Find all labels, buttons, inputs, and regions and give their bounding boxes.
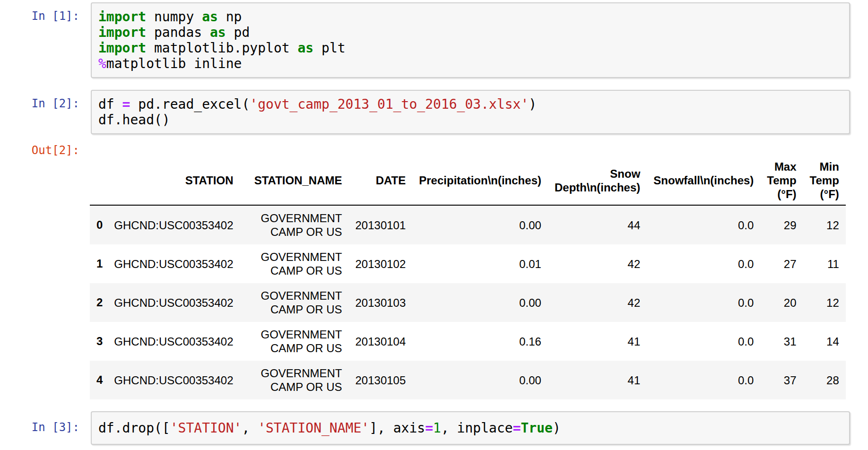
snow-depth-cell: 41	[548, 322, 647, 361]
dataframe-output: STATION STATION_NAME DATE Precipitation\…	[90, 156, 846, 399]
max-temp-cell: 29	[760, 205, 803, 244]
date-cell: 20130102	[348, 244, 412, 283]
precipitation-cell: 0.01	[412, 244, 548, 283]
snowfall-cell: 0.0	[647, 361, 760, 399]
code-line: df.head()	[98, 112, 842, 128]
min-temp-cell: 11	[803, 244, 846, 283]
code-line: import matplotlib.pyplot as plt	[98, 40, 842, 56]
code-token: import	[98, 40, 146, 56]
station-name-cell: GOVERNMENT CAMP OR US	[240, 244, 348, 283]
code-token: pd.read_excel(	[130, 96, 250, 112]
code-input-area-3[interactable]: df.drop(['STATION', 'STATION_NAME'], axi…	[91, 411, 850, 445]
min-temp-cell: 12	[803, 283, 846, 322]
code-token: numpy	[146, 9, 202, 25]
code-token: , inplace	[441, 420, 513, 436]
table-row: 2 GHCND:USC00353402 GOVERNMENT CAMP OR U…	[90, 283, 846, 322]
header-line: Temp	[810, 173, 839, 187]
precipitation-cell: 0.00	[412, 205, 548, 244]
code-token: 'govt_camp_2013_01_to_2016_03.xlsx'	[250, 96, 529, 112]
column-header-date: DATE	[348, 156, 412, 205]
row-index-cell: 2	[90, 283, 107, 322]
station-cell: GHCND:USC00353402	[107, 361, 240, 399]
column-header-precipitation: Precipitation\n(inches)	[412, 156, 548, 205]
code-token: )	[529, 96, 537, 112]
code-input-area-1[interactable]: import numpy as np import pandas as pd i…	[91, 2, 850, 78]
column-header-station-name: STATION_NAME	[240, 156, 348, 205]
date-cell: 20130101	[348, 205, 412, 244]
snow-depth-cell: 41	[548, 361, 647, 399]
code-token: =	[122, 96, 130, 112]
code-token: 'STATION'	[170, 420, 242, 436]
code-token: plt	[313, 40, 345, 56]
code-token: pandas	[146, 25, 210, 40]
table-row: 3 GHCND:USC00353402 GOVERNMENT CAMP OR U…	[90, 322, 846, 361]
date-cell: 20130105	[348, 361, 412, 399]
output-prompt-2: Out[2]:	[0, 143, 79, 158]
snow-depth-cell: 44	[548, 205, 647, 244]
precipitation-cell: 0.00	[412, 361, 548, 399]
code-token: as	[210, 25, 226, 40]
snow-depth-cell: 42	[548, 244, 647, 283]
column-header-snow-depth: SnowDepth\n(inches)	[548, 156, 647, 205]
code-line: import numpy as np	[98, 9, 842, 25]
code-token: =	[425, 420, 433, 436]
max-temp-cell: 31	[760, 322, 803, 361]
code-line: %matplotlib inline	[98, 56, 842, 71]
code-token: ,	[242, 420, 258, 436]
column-header-snowfall: Snowfall\n(inches)	[647, 156, 760, 205]
max-temp-cell: 20	[760, 283, 803, 322]
code-token: as	[297, 40, 313, 56]
precipitation-cell: 0.16	[412, 322, 548, 361]
code-token: =	[513, 420, 521, 436]
code-token: pd	[226, 25, 250, 40]
station-cell: GHCND:USC00353402	[107, 205, 240, 244]
header-line: Min	[810, 160, 839, 173]
row-index-cell: 4	[90, 361, 107, 399]
date-cell: 20130104	[348, 322, 412, 361]
code-token: )	[553, 420, 561, 436]
station-name-cell: GOVERNMENT CAMP OR US	[240, 283, 348, 322]
code-line: df.drop(['STATION', 'STATION_NAME'], axi…	[98, 420, 842, 436]
station-cell: GHCND:USC00353402	[107, 244, 240, 283]
code-input-area-2[interactable]: df = pd.read_excel('govt_camp_2013_01_to…	[91, 90, 850, 134]
station-name-cell: GOVERNMENT CAMP OR US	[240, 322, 348, 361]
column-header-max-temp: MaxTemp(°F)	[760, 156, 803, 205]
table-row: 1 GHCND:USC00353402 GOVERNMENT CAMP OR U…	[90, 244, 846, 283]
header-line: Depth\n(inches)	[555, 181, 640, 194]
snowfall-cell: 0.0	[647, 283, 760, 322]
station-cell: GHCND:USC00353402	[107, 322, 240, 361]
notebook: In [1]: import numpy as np import pandas…	[0, 0, 868, 450]
date-cell: 20130103	[348, 283, 412, 322]
code-token: True	[521, 420, 552, 436]
code-line: df = pd.read_excel('govt_camp_2013_01_to…	[98, 96, 842, 112]
column-header-station: STATION	[107, 156, 240, 205]
code-token: ], axis	[369, 420, 425, 436]
code-token: import	[98, 9, 146, 25]
input-prompt-3: In [3]:	[0, 420, 79, 435]
snowfall-cell: 0.0	[647, 205, 760, 244]
snow-depth-cell: 42	[548, 283, 647, 322]
row-index-cell: 0	[90, 205, 107, 244]
code-token: 'STATION_NAME'	[258, 420, 369, 436]
max-temp-cell: 27	[760, 244, 803, 283]
code-line: import pandas as pd	[98, 25, 842, 40]
station-name-cell: GOVERNMENT CAMP OR US	[240, 205, 348, 244]
header-line: (°F)	[767, 187, 796, 201]
code-token: np	[218, 9, 242, 25]
input-prompt-2: In [2]:	[0, 96, 79, 112]
header-row: STATION STATION_NAME DATE Precipitation\…	[90, 156, 846, 205]
column-header-index	[90, 156, 107, 205]
code-token: df.drop([	[98, 420, 170, 436]
code-token: %	[98, 56, 106, 71]
header-line: Snow	[555, 167, 640, 181]
header-line: (°F)	[810, 187, 839, 201]
table-row: 0 GHCND:USC00353402 GOVERNMENT CAMP OR U…	[90, 205, 846, 244]
station-cell: GHCND:USC00353402	[107, 283, 240, 322]
min-temp-cell: 12	[803, 205, 846, 244]
precipitation-cell: 0.00	[412, 283, 548, 322]
row-index-cell: 1	[90, 244, 107, 283]
code-token: df	[98, 96, 122, 112]
table-row: 4 GHCND:USC00353402 GOVERNMENT CAMP OR U…	[90, 361, 846, 399]
code-token: 1	[433, 420, 441, 436]
code-token: df.head()	[98, 112, 170, 128]
